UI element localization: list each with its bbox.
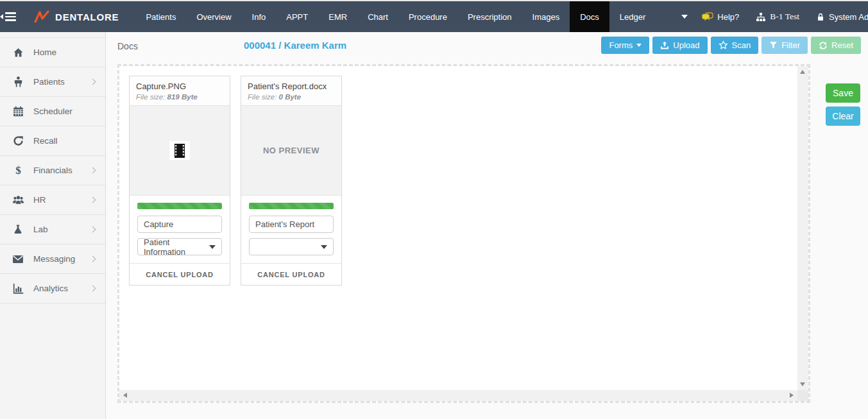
sidebar-item-label: Financials: [33, 166, 72, 175]
main-nav: Patients Overview Info APPT EMR Chart Pr…: [135, 1, 702, 32]
nav-tab-chart[interactable]: Chart: [357, 1, 398, 32]
nav-tab-patients[interactable]: Patients: [135, 1, 186, 32]
brand-name: DENTALORE: [55, 12, 119, 22]
sidebar-item-lab[interactable]: Lab: [0, 215, 105, 244]
save-button[interactable]: Save: [826, 83, 860, 103]
page-title: Docs: [117, 41, 138, 51]
document-name-input[interactable]: [137, 216, 222, 233]
scrollbar-corner: [797, 390, 808, 401]
branch-selector[interactable]: B-1 Test: [756, 12, 799, 22]
envelope-icon: [12, 255, 24, 264]
toolbar-buttons: Forms Upload Scan Filter Reset: [601, 37, 861, 54]
upload-label: Upload: [673, 40, 699, 50]
content-header: Docs 000041 / Kareem Karm Forms Upload S…: [106, 32, 868, 64]
upload-button[interactable]: Upload: [652, 37, 707, 54]
patient-link[interactable]: 000041 / Kareem Karm: [244, 40, 346, 51]
side-actions: Save Clear: [826, 83, 860, 126]
scroll-left-arrow-icon[interactable]: [123, 393, 127, 398]
reset-button[interactable]: Reset: [811, 37, 861, 54]
sidebar-item-home[interactable]: Home: [0, 38, 105, 67]
sidebar-item-label: Analytics: [33, 284, 68, 293]
sidebar-item-label: Recall: [33, 136, 58, 146]
help-link[interactable]: Help?: [702, 12, 739, 22]
sidebar-item-label: Home: [33, 47, 56, 57]
filter-label: Filter: [781, 40, 800, 50]
help-label: Help?: [717, 12, 739, 22]
vertical-scrollbar[interactable]: [797, 66, 808, 390]
nav-more-dropdown[interactable]: [667, 1, 702, 32]
category-select[interactable]: [249, 238, 334, 255]
nav-tab-images[interactable]: Images: [522, 1, 570, 32]
upload-card-header: Capture.PNG File size: 819 Byte: [130, 76, 230, 106]
file-size-label: File size:: [248, 93, 277, 101]
filter-funnel-icon: [769, 41, 778, 49]
film-strip-icon: [173, 143, 187, 158]
horizontal-scrollbar[interactable]: [119, 390, 797, 401]
sidebar-item-hr[interactable]: HR: [0, 185, 105, 215]
lock-icon: [816, 12, 825, 22]
sidebar-collapse-button[interactable]: [0, 1, 16, 32]
sidebar-item-analytics[interactable]: Analytics: [0, 274, 105, 304]
scroll-down-arrow-icon[interactable]: [800, 382, 805, 386]
scan-button[interactable]: Scan: [711, 37, 759, 54]
forms-label: Forms: [609, 40, 633, 50]
clear-button[interactable]: Clear: [826, 107, 860, 126]
sidebar-item-messaging[interactable]: Messaging: [0, 244, 105, 274]
chevron-right-icon: [90, 256, 95, 262]
user-label: System Administrator: [829, 12, 868, 22]
filter-button[interactable]: Filter: [762, 37, 808, 54]
scroll-right-arrow-icon[interactable]: [790, 393, 794, 398]
calendar-icon: [12, 106, 24, 117]
recall-refresh-icon: [12, 135, 24, 146]
chevron-down-icon: [209, 245, 216, 249]
svg-text:$: $: [15, 165, 21, 176]
cancel-upload-button[interactable]: CANCEL UPLOAD: [241, 263, 341, 285]
sidebar-item-label: Scheduler: [33, 107, 72, 116]
document-name-input[interactable]: [249, 216, 334, 233]
file-size: File size: 0 Byte: [248, 93, 335, 101]
file-size: File size: 819 Byte: [136, 93, 223, 101]
file-size-value: 0 Byte: [279, 93, 302, 101]
sidebar-item-label: HR: [33, 195, 46, 205]
app-logo[interactable]: DENTALORE: [34, 1, 119, 32]
nav-tab-emr[interactable]: EMR: [318, 1, 357, 32]
nav-tab-docs[interactable]: Docs: [570, 1, 609, 32]
sidebar-item-scheduler[interactable]: Scheduler: [0, 97, 105, 126]
nav-tab-overview[interactable]: Overview: [186, 1, 241, 32]
nav-tab-appt[interactable]: APPT: [276, 1, 318, 32]
chat-bubbles-icon: [702, 12, 713, 22]
sitemap-icon: [756, 12, 766, 22]
reset-label: Reset: [831, 40, 853, 50]
topbar-right: Help? B-1 Test System Administrator: [702, 1, 868, 32]
sidebar-item-patients[interactable]: Patients: [0, 67, 105, 97]
file-preview: [130, 106, 230, 196]
category-select[interactable]: Patient Information: [137, 238, 222, 255]
upload-card: Capture.PNG File size: 819 Byte: [129, 76, 230, 286]
upload-icon: [660, 41, 669, 50]
cancel-upload-button[interactable]: CANCEL UPLOAD: [130, 263, 230, 285]
scan-label: Scan: [732, 40, 751, 50]
forms-button[interactable]: Forms: [601, 37, 649, 54]
sidebar-item-label: Messaging: [33, 254, 75, 264]
sidebar-item-recall[interactable]: Recall: [0, 126, 105, 156]
star-icon: [719, 40, 728, 50]
upload-card-body: [241, 196, 341, 263]
nav-tab-ledger[interactable]: Ledger: [609, 1, 656, 32]
brand-pulse-icon: [34, 10, 49, 24]
scroll-up-arrow-icon[interactable]: [800, 70, 805, 74]
patient-icon: [12, 76, 24, 87]
sidebar-item-label: Lab: [33, 225, 48, 234]
chevron-down-icon: [681, 15, 688, 19]
user-menu[interactable]: System Administrator: [816, 12, 868, 22]
upload-card-header: Patient's Report.docx File size: 0 Byte: [241, 76, 341, 106]
file-name: Patient's Report.docx: [248, 81, 335, 91]
top-navbar: DENTALORE Patients Overview Info APPT EM…: [0, 1, 868, 32]
upload-dropzone[interactable]: Capture.PNG File size: 819 Byte: [117, 64, 810, 403]
sidebar-item-financials[interactable]: $ Financials: [0, 156, 105, 185]
nav-tab-info[interactable]: Info: [242, 1, 277, 32]
sidebar-item-label: Patients: [33, 77, 65, 87]
upload-card: Patient's Report.docx File size: 0 Byte …: [241, 76, 342, 286]
nav-tab-procedure[interactable]: Procedure: [398, 1, 457, 32]
nav-tab-prescription[interactable]: Prescription: [457, 1, 522, 32]
home-icon: [12, 47, 24, 58]
